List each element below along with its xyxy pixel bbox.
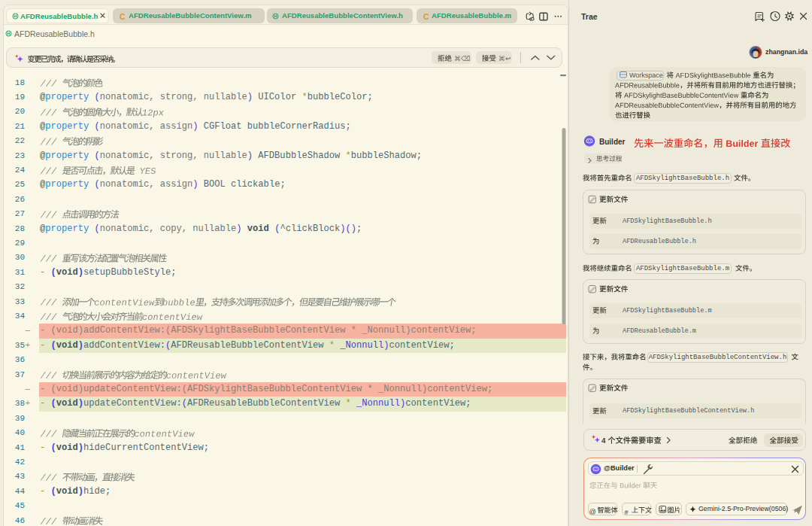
svg-text:@: @ xyxy=(589,508,596,515)
svg-text:#: # xyxy=(625,509,629,516)
svg-text:C: C xyxy=(423,12,429,21)
svg-text:C: C xyxy=(120,12,126,21)
